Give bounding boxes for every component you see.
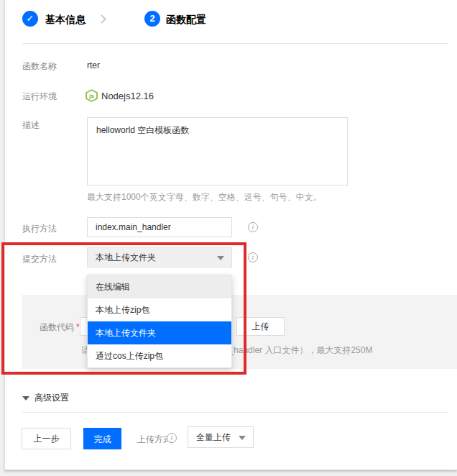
handler-input[interactable]	[87, 217, 232, 237]
submit-method-label: 提交方法	[22, 253, 57, 265]
caret-down-icon	[239, 436, 246, 440]
submit-method-select[interactable]: 本地上传文件夹	[87, 247, 232, 267]
finish-button[interactable]: 完成	[83, 428, 121, 449]
function-name-value: rter	[87, 60, 100, 70]
function-name-label: 函数名称	[22, 60, 57, 73]
runtime-label: 运行环境	[22, 91, 57, 103]
description-label: 描述	[22, 119, 40, 132]
caret-down-icon	[217, 256, 224, 260]
wizard-card: ✓ 基本信息 2 函数配置 函数名称 rter 运行环境 Nodejs12.16…	[4, 0, 457, 470]
menu-item-online-edit[interactable]: 在线编辑	[88, 275, 231, 298]
nodejs-icon	[86, 89, 98, 102]
function-code-label: 函数代码*	[40, 321, 80, 334]
upload-mode-selected-value: 全量上传	[196, 432, 231, 442]
chevron-right-icon	[97, 14, 106, 24]
required-asterisk: *	[76, 322, 80, 332]
header-divider	[22, 43, 448, 44]
handler-label: 执行方法	[22, 223, 57, 235]
info-icon[interactable]	[167, 433, 177, 443]
menu-item-local-folder[interactable]: 本地上传文件夹	[88, 321, 231, 344]
advanced-settings-label: 高级设置	[34, 392, 69, 404]
step2-number-badge: 2	[144, 11, 160, 27]
description-hint: 最大支持1000个英文字母、数字、空格、逗号、句号、中文。	[87, 191, 322, 203]
footer-divider	[22, 412, 448, 413]
submit-method-dropdown-menu: 在线编辑 本地上传zip包 本地上传文件夹 通过cos上传zip包	[87, 275, 232, 368]
previous-step-button[interactable]: 上一步	[22, 428, 71, 449]
runtime-value: Nodejs12.16	[101, 91, 154, 101]
step1-label[interactable]: 基本信息	[45, 14, 86, 27]
step1-done-icon[interactable]: ✓	[22, 11, 38, 27]
triangle-down-icon	[22, 396, 29, 401]
submit-method-selected-value: 本地上传文件夹	[96, 252, 156, 262]
upload-button[interactable]: 上传	[236, 317, 285, 336]
description-textarea[interactable]: helloworld 空白模板函数	[87, 117, 348, 186]
info-icon[interactable]	[248, 222, 258, 232]
upload-mode-select[interactable]: 全量上传	[188, 426, 254, 448]
menu-item-cos-zip[interactable]: 通过cos上传zip包	[88, 344, 231, 367]
step2-label: 函数配置	[166, 14, 206, 27]
info-icon[interactable]	[248, 252, 258, 262]
advanced-settings-toggle[interactable]: 高级设置	[22, 392, 69, 404]
menu-item-local-zip[interactable]: 本地上传zip包	[88, 298, 231, 321]
page: ✓ 基本信息 2 函数配置 函数名称 rter 运行环境 Nodejs12.16…	[0, 0, 457, 476]
